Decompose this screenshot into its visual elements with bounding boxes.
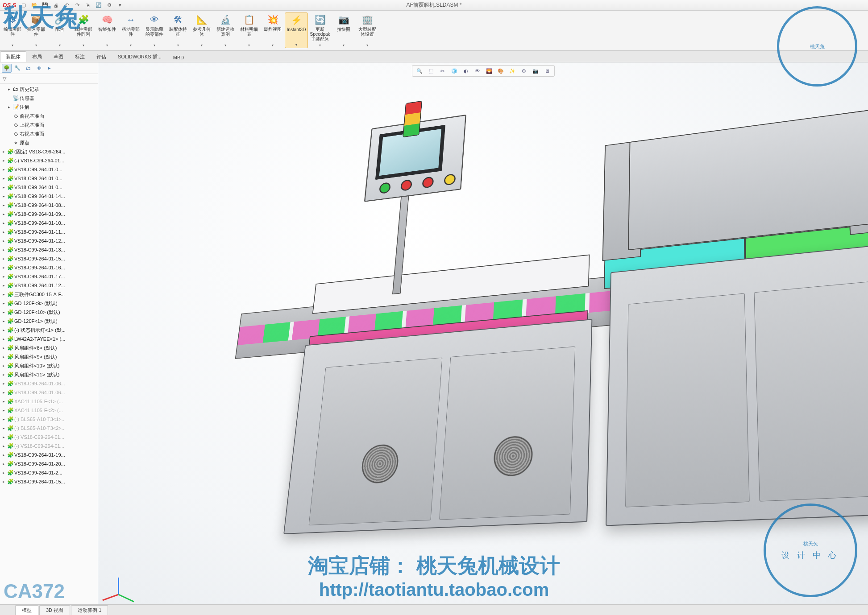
hide-panel-icon[interactable]: ▸ <box>45 64 54 73</box>
tree-item[interactable]: ▸ 🧩 (-) VS18-C99-264-01... <box>0 433 98 442</box>
tree-item[interactable]: ▸ 🧩 VS18-C99-264-01-0... <box>0 183 98 192</box>
graphics-viewport[interactable]: 🔍 ⬚ ✂ 🧊 ◐ 👁 🌄 🎨 ✨ ⚙ 📷 🖥 <box>98 62 868 604</box>
tree-item[interactable]: ▸ 🧩 GD-120F<10> (默认) <box>0 308 98 317</box>
cmd-tab-5[interactable]: SOLIDWORKS 插... <box>112 51 167 62</box>
expand-icon[interactable]: ▸ <box>6 87 12 91</box>
expand-icon[interactable]: ▸ <box>1 372 6 377</box>
expand-icon[interactable]: ▸ <box>1 328 6 332</box>
tree-item[interactable]: ▸ 🧩 VS18-C99-264-01-15... <box>0 477 98 486</box>
expand-icon[interactable]: ▸ <box>1 176 6 181</box>
tree-item[interactable]: ▸ 🧩 VS18-C99-264-01-20... <box>0 459 98 468</box>
zoom-area-icon[interactable]: ⬚ <box>427 66 436 75</box>
tree-item[interactable]: ▸ 🧩 VS18-C99-264-01-09... <box>0 210 98 219</box>
ribbon-拍快照-button[interactable]: 📷 拍快照 ▾ <box>332 12 355 48</box>
configuration-icon[interactable]: 🗂 <box>23 64 33 73</box>
expand-icon[interactable]: ▸ <box>1 274 6 279</box>
expand-icon[interactable]: ▸ <box>1 337 6 341</box>
expand-icon[interactable]: ▸ <box>1 426 6 430</box>
tree-filter[interactable]: ▽ <box>0 74 98 84</box>
ribbon-配合-button[interactable]: 🔗 配合 ▾ <box>48 12 71 48</box>
expand-icon[interactable]: ▸ <box>1 390 6 395</box>
qat-rebuild-icon[interactable]: 🔄 <box>95 1 103 9</box>
ribbon-大型装配体设置-button[interactable]: 🏢 大型装配体设置 ▾ <box>356 12 379 48</box>
ribbon-显示隐藏的零部件-button[interactable]: 👁 显示隐藏的零部件 ▾ <box>143 12 166 48</box>
ribbon-新建运动算例-button[interactable]: 🔬 新建运动算例 ▾ <box>214 12 237 48</box>
display-manager-icon[interactable]: 👁 <box>34 64 44 73</box>
ribbon-爆炸视图-button[interactable]: 💥 爆炸视图 ▾ <box>261 12 284 48</box>
ribbon-装配体特征-button[interactable]: 🛠 装配体特征 ▾ <box>166 12 190 48</box>
ribbon-材料明细表-button[interactable]: 📋 材料明细表 ▾ <box>237 12 261 48</box>
expand-icon[interactable]: ▸ <box>1 346 6 350</box>
render-icon[interactable]: ✨ <box>508 66 517 75</box>
orientation-triad[interactable] <box>104 567 136 598</box>
settings-icon[interactable]: ⚙ <box>519 66 528 75</box>
expand-icon[interactable]: ▸ <box>1 479 6 484</box>
qat-open-icon[interactable]: 📂 <box>30 1 38 9</box>
expand-icon[interactable]: ▸ <box>1 435 6 439</box>
expand-icon[interactable]: ▸ <box>1 149 6 154</box>
tree-item[interactable]: ▸ 🧩 VS18-C99-264-01-12... <box>0 281 98 290</box>
tree-item[interactable]: ▸ 🧩 VS18-C99-264-01-19... <box>0 450 98 459</box>
expand-icon[interactable]: ▸ <box>1 319 6 323</box>
tree-item[interactable]: ▸ 🧩 GD-120F<9> (默认) <box>0 299 98 308</box>
appearance-icon[interactable]: 🎨 <box>496 66 505 75</box>
bottom-tab-0[interactable]: 模型 <box>15 605 38 615</box>
tree-item[interactable]: ▸ 🧩 VS18-C99-264-01-08... <box>0 201 98 210</box>
qat-new-icon[interactable]: ▢ <box>20 1 28 9</box>
expand-icon[interactable]: ▸ <box>1 363 6 368</box>
ribbon-智能扣件-button[interactable]: 🧠 智能扣件 ▾ <box>96 12 119 48</box>
expand-icon[interactable]: ▸ <box>1 462 6 466</box>
qat-save-icon[interactable]: 💾 <box>41 1 49 9</box>
cmd-tab-3[interactable]: 标注 <box>69 51 91 62</box>
qat-select-icon[interactable]: 🖱 <box>84 1 92 9</box>
tree-item[interactable]: ▸ 📝 注解 <box>0 103 98 111</box>
tree-item[interactable]: ▸ 🗂 历史记录 <box>0 85 98 94</box>
ribbon-移动零部件-button[interactable]: ↔ 移动零部件 ▾ <box>119 12 142 48</box>
cmd-tab-0[interactable]: 装配体 <box>0 51 26 62</box>
tree-item[interactable]: ▸ 🧩 (-) VS18-C99-264-01... <box>0 442 98 450</box>
expand-icon[interactable]: ▸ <box>1 301 6 305</box>
expand-icon[interactable]: ▸ <box>1 310 6 314</box>
expand-icon[interactable]: ▸ <box>1 471 6 475</box>
tree-item[interactable]: ▸ 🧩 LW42A2-TAYEE<1> (... <box>0 334 98 343</box>
bottom-tab-2[interactable]: 运动算例 1 <box>71 605 108 615</box>
tree-item[interactable]: 📡 传感器 <box>0 94 98 103</box>
expand-icon[interactable]: ▸ <box>1 203 6 207</box>
tree-item[interactable]: ▸ 🧩 VS18-C99-264-01-15... <box>0 254 98 263</box>
ribbon-参考几何体-button[interactable]: 📐 参考几何体 ▾ <box>190 12 213 48</box>
cmd-tab-6[interactable]: MBD <box>167 53 190 62</box>
bottom-tab-1[interactable]: 3D 视图 <box>39 605 70 615</box>
cmd-tab-4[interactable]: 评估 <box>91 51 112 62</box>
expand-icon[interactable]: ▸ <box>1 292 6 297</box>
tree-item[interactable]: ▸ 🧩 VS18-C99-264-01-12... <box>0 236 98 245</box>
property-manager-icon[interactable]: 🔧 <box>12 64 22 73</box>
tree-item[interactable]: ▸ 🧩 (固定) VS18-C99-264... <box>0 147 98 156</box>
scene-icon[interactable]: 🌄 <box>485 66 494 75</box>
tree-item[interactable]: ▸ 🧩 VS18-C99-264-01-0... <box>0 174 98 183</box>
cmd-tab-1[interactable]: 布局 <box>26 51 48 62</box>
hide-show-icon[interactable]: 👁 <box>473 66 482 75</box>
tree-item[interactable]: ▸ 🧩 风扇组件<10> (默认) <box>0 361 98 370</box>
ribbon-Instant3D-button[interactable]: ⚡ Instant3D ▾ <box>285 12 308 48</box>
expand-icon[interactable]: ▸ <box>1 283 6 288</box>
expand-icon[interactable]: ▸ <box>1 399 6 404</box>
tree-item[interactable]: ▸ 🧩 XAC41-L105-E<2> (... <box>0 406 98 415</box>
tree-item[interactable]: ▸ 🧩 VS18-C99-264-01-16... <box>0 263 98 272</box>
tree-item[interactable]: ▸ 🧩 VS18-C99-264-01-17... <box>0 272 98 281</box>
tree-item[interactable]: ◇ 前视基准面 <box>0 111 98 120</box>
tree-item[interactable]: ▸ 🧩 (-) VS18-C99-264-01... <box>0 156 98 165</box>
tree-item[interactable]: ◇ 右视基准面 <box>0 129 98 138</box>
screen-icon[interactable]: 🖥 <box>543 66 552 75</box>
expand-icon[interactable]: ▸ <box>1 417 6 421</box>
tree-item[interactable]: ▸ 🧩 (-) 状态指示灯<1> (默... <box>0 326 98 334</box>
zoom-fit-icon[interactable]: 🔍 <box>415 66 424 75</box>
tree-item[interactable]: ▸ 🧩 VS18-C99-264-01-14... <box>0 192 98 201</box>
expand-icon[interactable]: ▸ <box>1 230 6 234</box>
expand-icon[interactable]: ▸ <box>1 221 6 225</box>
ribbon-编辑零部件-button[interactable]: ⚙ 编辑零部件 ▾ <box>1 12 24 48</box>
ribbon-插入零部件-button[interactable]: 📦 插入零部件 ▾ <box>25 12 48 48</box>
view-orientation-icon[interactable]: 🧊 <box>450 66 459 75</box>
tree-item[interactable]: ▸ 🧩 GD-120F<1> (默认) <box>0 317 98 326</box>
camera-icon[interactable]: 📷 <box>531 66 540 75</box>
qat-print-icon[interactable]: 🖨 <box>52 1 60 9</box>
